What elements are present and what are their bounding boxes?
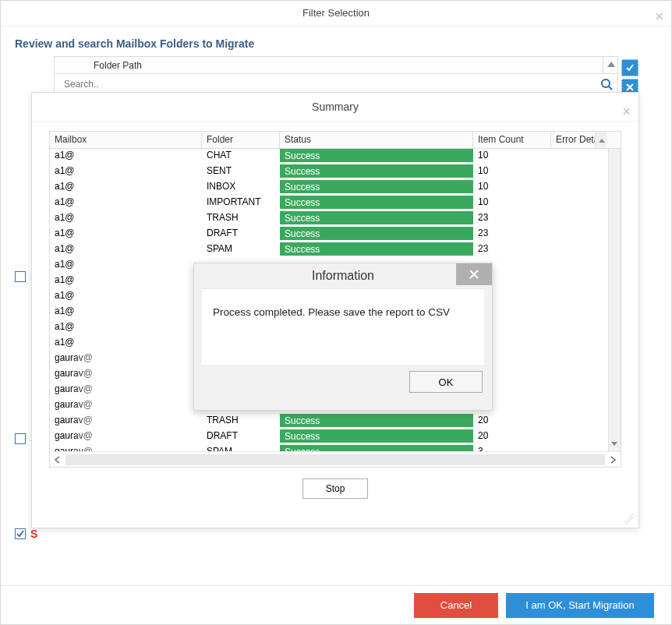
info-message: Process completed. Please save the repor… bbox=[202, 288, 484, 365]
start-migration-button[interactable]: I am OK, Start Migration bbox=[506, 593, 654, 618]
table-row[interactable]: a1@DRAFTSuccess23 bbox=[50, 227, 621, 242]
cell-error-details bbox=[551, 414, 595, 429]
cell-item-count: 10 bbox=[473, 196, 551, 211]
close-icon[interactable]: × bbox=[622, 97, 631, 125]
cell-folder: TRASH bbox=[202, 414, 280, 429]
ok-button[interactable]: OK bbox=[409, 371, 483, 393]
scrollbar-track[interactable] bbox=[65, 454, 605, 465]
cell-mailbox: a1@ bbox=[50, 164, 202, 180]
status-badge: Success bbox=[280, 414, 473, 428]
scroll-right-icon[interactable] bbox=[605, 452, 621, 468]
cell-status: Success bbox=[280, 164, 473, 180]
table-row[interactable]: gaurav@TRASHSuccess20 bbox=[50, 414, 621, 429]
info-footer: OK bbox=[194, 365, 492, 393]
cell-status: Success bbox=[280, 414, 473, 429]
cell-status: Success bbox=[280, 149, 473, 164]
cell-mailbox: a1@ bbox=[50, 274, 202, 289]
cell-error-details bbox=[551, 274, 595, 289]
cell-error-details bbox=[551, 367, 595, 383]
resize-grip-icon[interactable] bbox=[624, 514, 635, 524]
status-badge: Success bbox=[280, 180, 473, 194]
information-popup: Information Process completed. Please sa… bbox=[193, 263, 493, 411]
vertical-scrollbar[interactable] bbox=[608, 149, 621, 451]
cell-error-details bbox=[551, 320, 595, 336]
folder-path-header[interactable]: Folder Path bbox=[55, 57, 617, 74]
status-badge: Success bbox=[280, 164, 473, 178]
cell-status: Success bbox=[280, 429, 473, 445]
cell-folder: DRAFT bbox=[202, 429, 280, 445]
cell-error-details bbox=[551, 242, 595, 258]
section-heading: Review and search Mailbox Folders to Mig… bbox=[1, 26, 671, 56]
table-row[interactable]: a1@INBOXSuccess10 bbox=[50, 180, 621, 196]
column-header-mailbox[interactable]: Mailbox bbox=[50, 132, 202, 148]
table-row[interactable]: a1@IMPORTANTSuccess10 bbox=[50, 196, 621, 211]
checkbox-icon[interactable] bbox=[15, 271, 26, 282]
close-icon[interactable]: × bbox=[655, 4, 663, 29]
cell-mailbox: gaurav@ bbox=[50, 351, 202, 367]
cell-error-details bbox=[551, 351, 595, 367]
cell-folder: SPAM bbox=[202, 242, 280, 258]
column-header-error-details[interactable]: Error Details bbox=[551, 132, 595, 148]
info-title-bar: Information bbox=[194, 263, 492, 288]
cell-mailbox: a1@ bbox=[50, 196, 202, 211]
cell-mailbox: gaurav@ bbox=[50, 367, 202, 383]
cell-error-details bbox=[551, 305, 595, 320]
checkbox-checked-icon[interactable] bbox=[15, 528, 26, 539]
cell-folder: CHAT bbox=[202, 149, 280, 164]
sort-ascending-icon[interactable] bbox=[607, 62, 615, 67]
status-badge: Success bbox=[280, 429, 473, 443]
cell-error-details bbox=[551, 227, 595, 242]
table-row[interactable]: a1@TRASHSuccess23 bbox=[50, 211, 621, 227]
close-button[interactable] bbox=[456, 263, 492, 285]
cancel-button[interactable]: Cancel bbox=[414, 593, 498, 618]
scroll-left-icon[interactable] bbox=[50, 452, 65, 468]
cell-mailbox: a1@ bbox=[50, 289, 202, 305]
cell-error-details bbox=[551, 180, 595, 196]
cell-mailbox: a1@ bbox=[50, 305, 202, 320]
column-header-status[interactable]: Status bbox=[280, 132, 473, 148]
cell-status: Success bbox=[280, 211, 473, 227]
table-row[interactable]: gaurav@DRAFTSuccess20 bbox=[50, 429, 621, 445]
table-row[interactable]: a1@CHATSuccess10 bbox=[50, 149, 621, 164]
table-row[interactable]: a1@SENTSuccess10 bbox=[50, 164, 621, 180]
cell-mailbox: a1@ bbox=[50, 227, 202, 242]
cell-error-details bbox=[551, 258, 595, 274]
cell-status: Success bbox=[280, 196, 473, 211]
cell-item-count: 10 bbox=[473, 180, 551, 196]
svg-line-1 bbox=[609, 87, 612, 90]
cell-item-count: 3 bbox=[473, 445, 551, 451]
scrollbar-header-gap bbox=[595, 132, 607, 148]
summary-title-bar: Summary × bbox=[32, 93, 638, 121]
status-badge: Success bbox=[280, 227, 473, 241]
cell-mailbox: gaurav@ bbox=[50, 383, 202, 398]
cell-item-count: 23 bbox=[473, 227, 551, 242]
table-row[interactable]: gaurav@SPAMSuccess3 bbox=[50, 445, 621, 451]
cell-error-details bbox=[551, 398, 595, 414]
dialog-title-bar: Filter Selection × bbox=[1, 1, 671, 26]
cell-error-details bbox=[551, 211, 595, 227]
search-icon[interactable] bbox=[600, 78, 613, 90]
column-header-item-count[interactable]: Item Count bbox=[473, 132, 551, 148]
search-input[interactable] bbox=[61, 76, 600, 93]
cell-mailbox: a1@ bbox=[50, 211, 202, 227]
scroll-down-icon[interactable] bbox=[608, 436, 621, 451]
cell-mailbox: gaurav@ bbox=[50, 398, 202, 414]
status-badge: Success bbox=[280, 242, 473, 256]
checkbox-icon[interactable] bbox=[15, 433, 26, 444]
cell-mailbox: a1@ bbox=[50, 320, 202, 336]
cell-error-details bbox=[551, 445, 595, 451]
cell-item-count: 23 bbox=[473, 211, 551, 227]
cell-error-details bbox=[551, 164, 595, 180]
cell-folder: SPAM bbox=[202, 445, 280, 451]
table-row[interactable]: a1@SPAMSuccess23 bbox=[50, 242, 621, 258]
stop-button[interactable]: Stop bbox=[302, 478, 368, 499]
cell-item-count: 10 bbox=[473, 164, 551, 180]
horizontal-scrollbar[interactable] bbox=[50, 451, 621, 467]
column-header-folder[interactable]: Folder bbox=[202, 132, 280, 148]
cell-mailbox: a1@ bbox=[50, 149, 202, 164]
svg-point-0 bbox=[602, 79, 610, 87]
cell-mailbox: a1@ bbox=[50, 336, 202, 351]
grid-header: Mailbox Folder Status Item Count Error D… bbox=[50, 132, 621, 149]
select-all-button[interactable] bbox=[621, 59, 638, 76]
cell-mailbox: gaurav@ bbox=[50, 414, 202, 429]
